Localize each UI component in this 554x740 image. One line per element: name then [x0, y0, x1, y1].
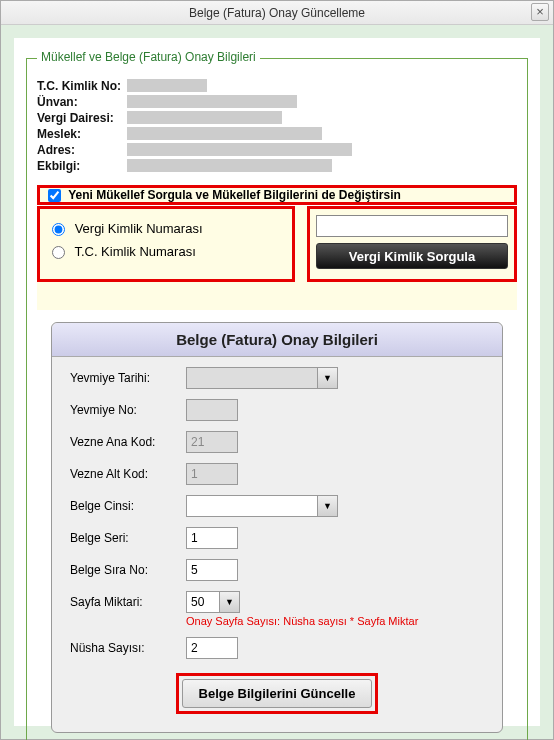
yevmiye-tarihi-combo[interactable]: ▼	[186, 367, 338, 389]
vezne-ana-kod-input	[186, 431, 238, 453]
unvan-label: Ünvan:	[37, 95, 127, 109]
fieldset-legend: Mükellef ve Belge (Fatura) Onay Bilgiler…	[37, 50, 260, 64]
yevmiye-tarihi-label: Yevmiye Tarihi:	[70, 371, 186, 385]
meslek-value	[127, 127, 322, 140]
vezne-alt-kod-input	[186, 463, 238, 485]
radio-panel: Vergi Kimlik Numarası T.C. Kimlik Numara…	[37, 206, 295, 282]
vkn-radio[interactable]	[52, 223, 65, 236]
titlebar: Belge (Fatura) Onay Güncelleme ×	[1, 1, 553, 25]
query-input[interactable]	[316, 215, 508, 237]
belge-sira-no-label: Belge Sıra No:	[70, 563, 186, 577]
meslek-label: Meslek:	[37, 127, 127, 141]
dialog-window: Belge (Fatura) Onay Güncelleme × Mükelle…	[0, 0, 554, 740]
adres-label: Adres:	[37, 143, 127, 157]
unvan-value	[127, 95, 297, 108]
ekbilgi-value	[127, 159, 332, 172]
chevron-down-icon[interactable]: ▼	[317, 496, 337, 516]
tc-kimlik-label: T.C. Kimlik No:	[37, 79, 127, 93]
chevron-down-icon[interactable]: ▼	[317, 368, 337, 388]
sayfa-miktari-input[interactable]	[187, 592, 219, 612]
panel-title: Belge (Fatura) Onay Bilgileri	[52, 323, 502, 357]
nusha-sayisi-label: Nüsha Sayısı:	[70, 641, 186, 655]
dialog-title: Belge (Fatura) Onay Güncelleme	[189, 6, 365, 20]
vezne-ana-kod-label: Vezne Ana Kod:	[70, 435, 186, 449]
belge-bilgilerini-guncelle-button[interactable]: Belge Bilgilerini Güncelle	[182, 679, 373, 708]
content-area: Mükellef ve Belge (Fatura) Onay Bilgiler…	[1, 25, 553, 739]
tc-kimlik-value	[127, 79, 207, 92]
yevmiye-no-label: Yevmiye No:	[70, 403, 186, 417]
adres-value	[127, 143, 352, 156]
yeni-mukellef-checkbox[interactable]	[48, 189, 61, 202]
query-panel: Vergi Kimlik Sorgula	[307, 206, 517, 282]
tckn-radio-label: T.C. Kimlik Numarası	[74, 244, 195, 259]
checkbox-row: Yeni Mükellef Sorgula ve Mükellef Bilgil…	[37, 185, 517, 205]
yevmiye-no-input[interactable]	[186, 399, 238, 421]
update-highlight: Belge Bilgilerini Güncelle	[176, 673, 379, 714]
tckn-radio[interactable]	[52, 246, 65, 259]
belge-cinsi-combo[interactable]: ▼	[186, 495, 338, 517]
belge-seri-input[interactable]	[186, 527, 238, 549]
vergi-kimlik-sorgula-button[interactable]: Vergi Kimlik Sorgula	[316, 243, 508, 269]
chevron-down-icon[interactable]: ▼	[219, 592, 239, 612]
vezne-alt-kod-label: Vezne Alt Kod:	[70, 467, 186, 481]
belge-seri-label: Belge Seri:	[70, 531, 186, 545]
belge-cinsi-input[interactable]	[187, 496, 317, 516]
belge-cinsi-label: Belge Cinsi:	[70, 499, 186, 513]
sayfa-note: Onay Sayfa Sayısı: Nüsha sayısı * Sayfa …	[186, 615, 418, 627]
nusha-sayisi-input[interactable]	[186, 637, 238, 659]
sayfa-miktari-combo[interactable]: ▼	[186, 591, 240, 613]
sayfa-miktari-label: Sayfa Miktari:	[70, 591, 186, 609]
belge-sira-no-input[interactable]	[186, 559, 238, 581]
checkbox-label: Yeni Mükellef Sorgula ve Mükellef Bilgil…	[68, 188, 401, 202]
close-button[interactable]: ×	[531, 3, 549, 21]
vkn-radio-label: Vergi Kimlik Numarası	[75, 221, 203, 236]
vergi-dairesi-value	[127, 111, 282, 124]
fieldset-mukellef: Mükellef ve Belge (Fatura) Onay Bilgiler…	[26, 58, 528, 740]
close-icon: ×	[536, 4, 544, 19]
belge-onay-panel: Belge (Fatura) Onay Bilgileri Yevmiye Ta…	[51, 322, 503, 733]
yevmiye-tarihi-input[interactable]	[187, 368, 317, 388]
vergi-dairesi-label: Vergi Dairesi:	[37, 111, 127, 125]
ekbilgi-label: Ekbilgi:	[37, 159, 127, 173]
